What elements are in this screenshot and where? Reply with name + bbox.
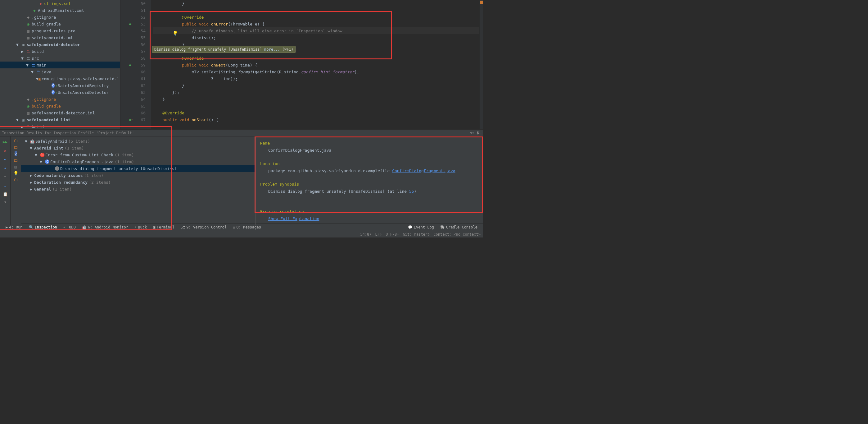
inspection-row[interactable]: ▶Declaration redundancy(2 items) [21,179,255,186]
tree-item[interactable]: ◆strings.xml [0,0,120,7]
override-marker-icon[interactable]: ●↑ [129,22,133,26]
help-icon[interactable]: ? [2,199,9,206]
tree-item[interactable]: ▼🗀src [0,55,120,61]
code-line[interactable] [153,7,479,14]
autoscroll-icon[interactable]: 🗀 [14,158,18,163]
tree-arrow-icon[interactable]: ▼ [36,77,38,81]
tree-item[interactable]: ▼▣safelyandroid-detector [0,41,120,48]
inspection-row[interactable]: ▶Code maturity issues(1 item) [21,172,255,179]
tree-item[interactable]: ▤safelyandroid-detector.iml [0,109,120,116]
tree-item[interactable]: C↑UnsafeAndroidDetector [0,89,120,96]
tree-item[interactable]: ▤proguard-rules.pro [0,27,120,34]
arrow-icon[interactable]: ▶ [30,173,34,178]
project-tree[interactable]: ◆strings.xml◆AndroidManifest.xml◆.gitign… [0,0,120,129]
gear-icon[interactable]: ⚙▾ [470,131,474,135]
code-line[interactable]: public void onNext(Long time) { [153,61,479,68]
collapse-icon[interactable]: ⇤ [2,156,9,163]
code-area[interactable]: 💡 Dismiss dialog fragment unsafely [Unsa… [152,0,479,129]
group2-icon[interactable]: 🗀 [14,145,18,149]
tree-label: AndroidManifest.xml [38,8,84,13]
settings-icon[interactable]: 🗀 [14,177,18,182]
tree-label: SafelyAndroidRegistry [58,83,108,88]
status-git[interactable]: Git: master≑ [403,232,430,236]
tree-item[interactable]: ▶🗀build [0,123,120,129]
tree-item[interactable]: ◆AndroidManifest.xml [0,7,120,14]
inspection-count: (1 item) [84,173,104,178]
override-marker-icon[interactable]: ●↑ [129,63,133,67]
arrow-icon[interactable]: ▼ [35,152,39,157]
next-icon[interactable]: ↓ [2,182,9,189]
code-line[interactable]: } [153,0,479,7]
rerun-icon[interactable]: ▶▶ [2,138,9,145]
export-icon[interactable]: 📋 [2,191,9,197]
tree-arrow-icon[interactable]: ▼ [16,42,21,47]
tree-item[interactable]: ▼▣safelyandroid-lint [0,116,120,123]
arrow-icon[interactable]: ▼ [40,160,44,164]
tree-item[interactable]: C↑SafelyAndroidRegistry [0,82,120,89]
group-icon[interactable]: 🗀 [14,138,18,143]
arrow-icon[interactable]: ▶ [30,187,34,192]
warning-marker[interactable] [480,1,483,4]
tree-item[interactable]: ◉build.gradle [0,103,120,109]
tree-item[interactable]: ◆.gitignore [0,14,120,21]
inspection-row[interactable]: ▼CConfirmDialogFragment.java(1 item) [21,158,255,165]
code-line[interactable]: } [153,96,479,103]
arrow-icon[interactable]: ▼ [25,139,29,144]
tree-item[interactable]: ▤safelyandroid.iml [0,34,120,41]
tree-arrow-icon[interactable]: ▼ [21,56,26,61]
bottom-tab-label: 9: Version Control [186,225,227,229]
expand-icon[interactable]: ⇥ [2,165,9,171]
status-lf[interactable]: LF≑ [375,232,382,236]
arrow-icon[interactable]: ▼ [30,146,34,150]
close-icon[interactable]: ✕ [2,147,9,154]
code-line[interactable]: @Override [153,14,479,21]
inspection-row[interactable]: ▼🤖SafelyAndroid(5 items) [21,138,255,145]
code-line[interactable]: @Override [153,109,479,116]
gutter-line: 54 [120,27,151,34]
inspection-tree[interactable]: ▼🤖SafelyAndroid(5 items)▼Android Lint(1 … [21,137,255,225]
filter-icon[interactable]: ▽ [14,151,17,156]
status-enc[interactable]: UTF-8≑ [385,232,399,236]
bulb-icon-toolbar[interactable]: 💡 [13,171,18,176]
tree-item[interactable]: ▶🗀build [0,48,120,55]
tree-item[interactable]: ▼🗀java [0,68,120,75]
code-line[interactable]: } [153,82,479,89]
code-line[interactable]: mTv.setText(String.format(getString(R.st… [153,68,479,75]
detail-location-link[interactable]: ConfirmDialogFragment.java [392,168,456,173]
arrow-icon[interactable]: ▶ [30,180,34,185]
inspection-row[interactable]: !Dismiss dialog fragment unsafely [Unsaf… [21,165,255,172]
code-line[interactable]: 3 - time)); [153,75,479,82]
inspection-label: General [34,187,51,192]
code-line[interactable]: public void onError(Throwable e) { [153,21,479,27]
code-line[interactable]: dismiss(); [153,34,479,41]
status-bar: 54:87 LF≑ UTF-8≑ Git: master≑ Context: <… [0,231,483,237]
tree-arrow-icon[interactable]: ▼ [16,117,21,122]
override-marker-icon[interactable]: ●↑ [129,118,133,121]
code-line[interactable]: public void onStart() { [153,116,479,123]
tree-arrow-icon[interactable]: ▼ [31,69,35,74]
code-line[interactable]: @Override [153,55,479,61]
gutter-line: 62 [120,82,151,89]
tree-item[interactable]: ▼▣com.github.piasy.safelyandroid.lint [0,75,120,82]
tree-item[interactable]: ▼🗀main [0,61,120,68]
prev-icon[interactable]: ↑ [2,173,9,180]
tree-item[interactable]: ◆.gitignore [0,96,120,103]
inspection-row[interactable]: ▶General(1 item) [21,186,255,192]
tooltip-more-link[interactable]: more... [264,47,280,52]
minimize-icon[interactable]: �— [477,131,481,135]
right-gutter[interactable] [479,0,483,129]
detail-synopsis-link[interactable]: 55 [409,189,414,194]
status-context[interactable]: Context: <no context> [433,232,480,236]
tree-item[interactable]: ◉build.gradle [0,21,120,27]
diff-icon[interactable]: ◫ [14,165,17,169]
tree-arrow-icon[interactable]: ▶ [21,124,26,129]
tree-arrow-icon[interactable]: ▼ [26,63,30,67]
inspection-row[interactable]: ▼Android Lint(1 item) [21,145,255,151]
tree-arrow-icon[interactable]: ▶ [21,49,26,54]
code-line[interactable] [153,103,479,109]
code-line[interactable]: // unsafe dismiss, lint will give error … [153,27,479,34]
bulb-icon[interactable]: 💡 [173,31,178,36]
inspection-row[interactable]: ▼⛔Error from Custom Lint Check(1 item) [21,151,255,158]
code-line[interactable]: }); [153,89,479,96]
detail-resolution-link[interactable]: Show Full Explanation [268,216,319,221]
